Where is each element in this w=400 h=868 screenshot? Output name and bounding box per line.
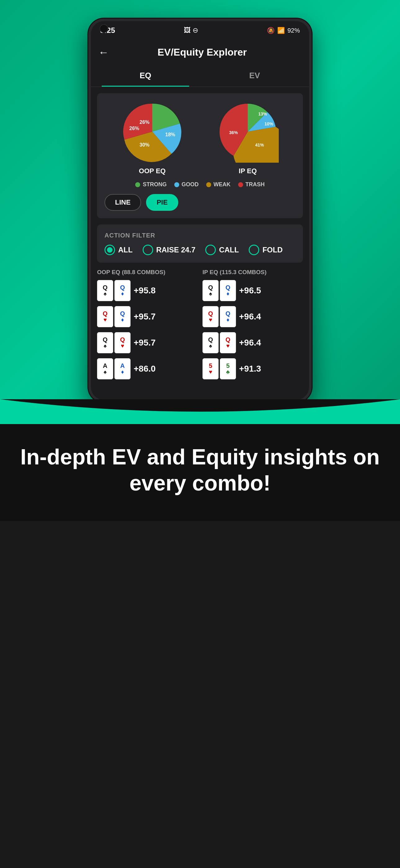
toggle-row: LINE PIE xyxy=(104,194,296,211)
filter-fold[interactable]: FOLD xyxy=(249,245,282,255)
ip-card-3b: 5 ♣ xyxy=(220,358,236,379)
oop-card-2b: Q ♥ xyxy=(114,332,131,353)
filter-options: ALL RAISE 24.7 CALL FOLD xyxy=(104,245,296,255)
oop-value-0: +95.8 xyxy=(134,286,156,296)
photo-icon: 🖼 xyxy=(184,26,191,34)
radio-all-inner xyxy=(107,247,112,253)
curve-container xyxy=(0,399,400,425)
oop-card-3a: A ♠ xyxy=(97,358,113,379)
status-bar: 3:25 🖼 ⊖ 🔕 📶 92% xyxy=(91,21,309,40)
legend: STRONG GOOD WEAK TRASH xyxy=(104,181,296,188)
ip-value-2: +96.4 xyxy=(239,338,261,348)
oop-pie-svg: 26% 18% 30% 26% xyxy=(121,101,183,163)
oop-cards-3: A ♠ A ♦ xyxy=(97,358,131,379)
filter-raise[interactable]: RAISE 24.7 xyxy=(143,245,196,255)
svg-text:26%: 26% xyxy=(139,120,149,125)
oop-cards-1: Q ♥ Q ♦ xyxy=(97,306,131,327)
filter-title: ACTION FILTER xyxy=(104,232,296,239)
ip-cards-0: Q ♠ Q ♦ xyxy=(202,280,236,301)
svg-text:13%: 13% xyxy=(258,112,267,116)
oop-value-3: +86.0 xyxy=(134,364,156,374)
ip-value-0: +96.5 xyxy=(239,286,261,296)
good-dot xyxy=(174,182,179,187)
oop-card-1a: Q ♥ xyxy=(97,306,113,327)
svg-text:36%: 36% xyxy=(229,130,238,135)
legend-strong: STRONG xyxy=(135,181,167,188)
strong-label: STRONG xyxy=(143,181,167,188)
mute-icon: 🔕 xyxy=(267,27,275,34)
legend-good: GOOD xyxy=(174,181,199,188)
radio-fold xyxy=(249,245,259,255)
trash-dot xyxy=(238,182,243,187)
bottom-section: In-depth EV and Equity insights on every… xyxy=(0,425,400,521)
oop-value-1: +95.7 xyxy=(134,312,156,321)
tab-ev[interactable]: EV xyxy=(200,65,309,87)
oop-value-2: +95.7 xyxy=(134,338,156,348)
svg-text:41%: 41% xyxy=(255,143,264,148)
ip-value-1: +96.4 xyxy=(239,312,261,321)
weak-dot xyxy=(206,182,211,187)
oop-cards-0: Q ♠ Q ♦ xyxy=(97,280,131,301)
filter-call-label: CALL xyxy=(219,246,239,254)
page-title: EV/Equity Explorer xyxy=(115,46,289,58)
legend-trash: TRASH xyxy=(238,181,265,188)
fade-gradient xyxy=(97,384,303,394)
oop-combos-header: OOP EQ (88.8 COMBOS) xyxy=(97,269,198,276)
strong-dot xyxy=(135,182,140,187)
battery-text: 92% xyxy=(288,27,300,34)
ip-cards-1: Q ♥ Q ♦ xyxy=(202,306,236,327)
ip-combos-col: IP EQ (115.3 COMBOS) Q ♠ Q ♦ +96.5 xyxy=(202,269,303,384)
back-button[interactable]: ← xyxy=(98,46,109,58)
oop-card-3b: A ♦ xyxy=(114,358,131,379)
ip-chart: 13% 10% 41% 36% IP EQ xyxy=(217,101,279,175)
oop-combo-row-2: Q ♠ Q ♥ +95.7 xyxy=(97,332,198,353)
line-toggle[interactable]: LINE xyxy=(104,194,141,211)
svg-text:30%: 30% xyxy=(139,142,149,148)
status-right-icons: 🔕 📶 92% xyxy=(267,27,300,34)
radio-raise xyxy=(143,245,153,255)
filter-fold-label: FOLD xyxy=(262,246,282,254)
wifi-icon: 📶 xyxy=(277,27,285,34)
ip-pie-svg: 13% 10% 41% 36% xyxy=(217,101,279,163)
ip-card-2a: Q ♠ xyxy=(202,332,219,353)
oop-cards-2: Q ♠ Q ♥ xyxy=(97,332,131,353)
oop-combo-row-0: Q ♠ Q ♦ +95.8 xyxy=(97,280,198,301)
ip-value-3: +91.3 xyxy=(239,364,261,374)
ip-card-1a: Q ♥ xyxy=(202,306,219,327)
ip-cards-2: Q ♠ Q ♥ xyxy=(202,332,236,353)
ip-chart-label: IP EQ xyxy=(239,167,257,175)
oop-combo-row-1: Q ♥ Q ♦ +95.7 xyxy=(97,306,198,327)
ip-combo-row-3: 5 ♥ 5 ♣ +91.3 xyxy=(202,358,303,379)
tab-bar: EQ EV xyxy=(91,65,309,87)
filter-all-label: ALL xyxy=(118,246,133,254)
ip-combo-row-1: Q ♥ Q ♦ +96.4 xyxy=(202,306,303,327)
pie-toggle[interactable]: PIE xyxy=(146,194,178,211)
ip-combos-header: IP EQ (115.3 COMBOS) xyxy=(202,269,303,276)
oop-chart: 26% 18% 30% 26% OOP EQ xyxy=(121,101,183,175)
top-bar: ← EV/Equity Explorer xyxy=(91,40,309,65)
trash-label: TRASH xyxy=(245,181,265,188)
ip-card-3a: 5 ♥ xyxy=(202,358,219,379)
svg-text:18%: 18% xyxy=(165,132,175,137)
status-icons: 🖼 ⊖ xyxy=(184,26,198,34)
filter-all[interactable]: ALL xyxy=(104,245,133,255)
oop-card-0a: Q ♠ xyxy=(97,280,113,301)
dnd-icon: ⊖ xyxy=(193,26,198,34)
legend-weak: WEAK xyxy=(206,181,231,188)
oop-card-0b: Q ♦ xyxy=(114,280,131,301)
ip-card-0a: Q ♠ xyxy=(202,280,219,301)
chart-card: 26% 18% 30% 26% OOP EQ xyxy=(97,93,303,218)
tab-eq[interactable]: EQ xyxy=(91,65,200,87)
combos-section: OOP EQ (88.8 COMBOS) Q ♠ Q ♦ +95.8 xyxy=(97,269,303,384)
filter-call[interactable]: CALL xyxy=(205,245,239,255)
ip-card-2b: Q ♥ xyxy=(220,332,236,353)
ip-combo-row-2: Q ♠ Q ♥ +96.4 xyxy=(202,332,303,353)
svg-text:26%: 26% xyxy=(129,126,139,131)
phone-frame: 3:25 🖼 ⊖ 🔕 📶 92% ← EV/Equity Explorer EQ… xyxy=(88,19,312,402)
oop-combos-col: OOP EQ (88.8 COMBOS) Q ♠ Q ♦ +95.8 xyxy=(97,269,198,384)
ip-cards-3: 5 ♥ 5 ♣ xyxy=(202,358,236,379)
filter-raise-label: RAISE 24.7 xyxy=(156,246,196,254)
ip-combo-row-0: Q ♠ Q ♦ +96.5 xyxy=(202,280,303,301)
camera-notch xyxy=(100,24,108,33)
curve-svg xyxy=(0,399,400,424)
